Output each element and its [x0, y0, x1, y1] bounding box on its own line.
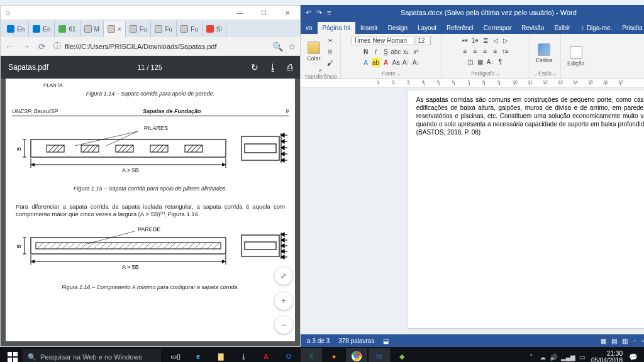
- copy-icon[interactable]: ⎘: [326, 47, 335, 56]
- zoom-out-icon[interactable]: −: [633, 337, 636, 344]
- strike-button[interactable]: abc: [392, 47, 401, 56]
- task-chrome[interactable]: [346, 348, 367, 362]
- highlight-button[interactable]: ab: [372, 58, 380, 67]
- task-app[interactable]: ◆: [391, 348, 413, 362]
- taskbar-clock[interactable]: 21:30 05/04/2018: [591, 350, 623, 362]
- word-canvas[interactable]: As sapatas corridas são comuns em constr…: [301, 88, 644, 334]
- tab-layout[interactable]: Layout: [413, 22, 441, 34]
- tab-active[interactable]: ×: [104, 21, 126, 37]
- tab-referencias[interactable]: Referênci: [441, 22, 479, 34]
- show-marks-button[interactable]: ¶: [496, 57, 505, 66]
- status-words[interactable]: 378 palavras: [338, 337, 374, 344]
- print-icon[interactable]: ⎙: [287, 62, 292, 72]
- pdf-zoom-out-button[interactable]: −: [275, 316, 292, 334]
- tab-arquivo[interactable]: vo: [301, 22, 318, 34]
- task-outlook[interactable]: O: [278, 348, 299, 362]
- indent-dec-button[interactable]: ◁: [491, 36, 500, 45]
- borders-button[interactable]: ▦: [476, 57, 485, 66]
- task-excel[interactable]: X: [301, 348, 322, 362]
- redo-icon[interactable]: ↷: [316, 9, 322, 17]
- align-center-button[interactable]: ≡: [471, 47, 480, 55]
- font-color-button[interactable]: A: [382, 58, 391, 67]
- tab-8[interactable]: Fu: [177, 21, 203, 37]
- align-left-button[interactable]: ≡: [461, 47, 470, 55]
- tab-design[interactable]: Design: [383, 22, 413, 34]
- justify-button[interactable]: ≡: [491, 47, 500, 55]
- tab-inserir[interactable]: Inserir: [355, 22, 383, 34]
- italic-button[interactable]: I: [372, 47, 380, 56]
- chrome-close-button[interactable]: ✕: [276, 6, 299, 19]
- tray-cloud-icon[interactable]: ☁: [540, 354, 546, 361]
- undo-icon[interactable]: ↶: [306, 9, 311, 17]
- styles-button[interactable]: Estilos: [533, 42, 555, 65]
- superscript-button[interactable]: x²: [412, 47, 421, 56]
- tray-wifi-icon[interactable]: ▂▄▆: [561, 354, 575, 361]
- tab-3[interactable]: 61: [55, 21, 80, 37]
- numbering-button[interactable]: 1≡: [471, 36, 480, 45]
- pdf-viewport[interactable]: PLANTA Figura 1.14 – Sapata corrida para…: [1, 79, 300, 346]
- subscript-button[interactable]: x₂: [402, 47, 411, 56]
- shrink-font-button[interactable]: A↓: [412, 58, 421, 67]
- bold-button[interactable]: N: [362, 47, 370, 56]
- paste-button[interactable]: Colar: [304, 40, 323, 63]
- task-edge[interactable]: e: [187, 348, 209, 362]
- tab-pagina-inicial[interactable]: Página Ini: [318, 22, 355, 34]
- shading-button[interactable]: ◫: [466, 57, 475, 66]
- reload-button[interactable]: ⟳: [37, 41, 47, 52]
- search-page-icon[interactable]: 🔍: [272, 41, 283, 52]
- tray-icons[interactable]: ☁ 🔊 ▂▄▆ ▭: [540, 354, 585, 361]
- align-right-button[interactable]: ≡: [481, 47, 490, 55]
- task-view-icon[interactable]: ▭▯: [165, 348, 186, 362]
- task-explorer[interactable]: ▇: [210, 348, 231, 362]
- case-button[interactable]: Aa: [392, 58, 401, 67]
- tray-volume-icon[interactable]: 🔊: [550, 354, 557, 361]
- task-acrobat[interactable]: A: [255, 348, 277, 362]
- line-spacing-button[interactable]: ↕≡: [501, 47, 510, 55]
- tab-9[interactable]: Si: [203, 21, 226, 37]
- action-center-icon[interactable]: 💬: [629, 353, 638, 361]
- tab-4[interactable]: M: [80, 21, 104, 37]
- user-name[interactable]: Priscila Re...: [617, 22, 644, 34]
- chrome-max-button[interactable]: ☐: [252, 6, 275, 19]
- pdf-zoom-in-button[interactable]: +: [275, 292, 292, 310]
- forward-button[interactable]: →: [21, 41, 31, 52]
- cut-icon[interactable]: ✂: [326, 36, 335, 45]
- tray-battery-icon[interactable]: ▭: [579, 354, 585, 361]
- text-effects-button[interactable]: A: [362, 58, 370, 67]
- horizontal-ruler[interactable]: 1234567891011121314151617: [301, 79, 644, 88]
- edit-button[interactable]: Edição: [565, 45, 587, 68]
- zoom-slider[interactable]: [641, 340, 644, 342]
- back-button[interactable]: ←: [4, 41, 14, 52]
- tab-corresp[interactable]: Correspor: [479, 22, 516, 34]
- indent-inc-button[interactable]: ▷: [501, 36, 510, 45]
- tab-exibir[interactable]: Exibir: [549, 22, 575, 34]
- print-layout-icon[interactable]: ▤: [611, 337, 617, 344]
- read-mode-icon[interactable]: ▦: [601, 337, 606, 344]
- tab-outlook-2[interactable]: En: [29, 21, 55, 37]
- format-painter-icon[interactable]: 🖌: [326, 58, 335, 67]
- status-lang-icon[interactable]: ⬓: [383, 337, 389, 344]
- multilevel-button[interactable]: ≣: [481, 36, 490, 45]
- tray-up-icon[interactable]: ˄: [530, 353, 533, 361]
- grow-font-button[interactable]: A↑: [402, 58, 411, 67]
- address-bar[interactable]: ⓘ file:///C:/Users/PRISCILA/Downloads/Sa…: [53, 41, 266, 52]
- sort-button[interactable]: A↓: [486, 57, 495, 66]
- chrome-min-button[interactable]: —: [228, 6, 251, 19]
- font-size-select[interactable]: 12: [416, 36, 431, 45]
- tab-revisao[interactable]: Revisão: [516, 22, 549, 34]
- download-icon[interactable]: ⭳: [269, 62, 277, 72]
- task-word[interactable]: W: [369, 348, 390, 362]
- tab-outlook-1[interactable]: En: [3, 21, 29, 37]
- underline-button[interactable]: S: [382, 47, 391, 56]
- pdf-page-indicator[interactable]: 11 / 125: [137, 63, 162, 71]
- font-select[interactable]: Times New Roman: [352, 36, 414, 45]
- bullets-button[interactable]: •≡: [461, 36, 470, 45]
- start-button[interactable]: [3, 348, 23, 362]
- chrome-profile-icon[interactable]: ☺: [2, 9, 11, 16]
- bookmark-star-icon[interactable]: ☆: [288, 41, 296, 52]
- tab-6[interactable]: Fu: [126, 21, 152, 37]
- tell-me[interactable]: ♀ Diga-me.: [575, 22, 617, 34]
- cortana-search[interactable]: 🔍 Pesquisar na Web e no Windows: [23, 349, 161, 362]
- rotate-icon[interactable]: ↻: [251, 62, 258, 72]
- web-layout-icon[interactable]: ▥: [622, 337, 628, 344]
